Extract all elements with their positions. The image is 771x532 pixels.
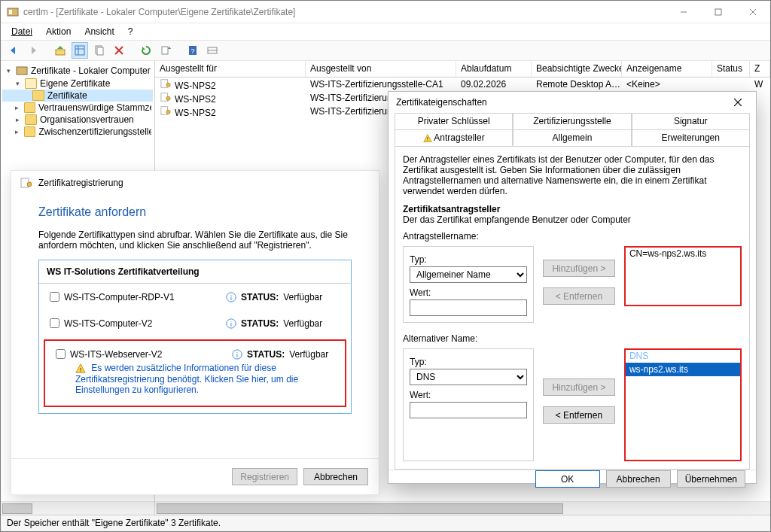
tree-interm[interactable]: ▸ Zwischenzertifizierungsstellen [2,126,153,138]
cancel-button[interactable]: Abbrechen [303,468,368,485]
list-row[interactable]: WS-NPS2 WS-ITS-Zertifizierungsstelle-CA1… [155,78,770,91]
menu-view[interactable]: Ansicht [80,25,118,38]
tree-org[interactable]: ▸ Organisationsvertrauen [2,114,153,126]
apply-button[interactable]: Übernehmen [677,470,745,488]
register-button[interactable]: Registrieren [232,468,297,485]
folder-icon [25,78,37,89]
col-issued-by[interactable]: Ausgestellt von [306,61,456,77]
tree-root[interactable]: ▾ Zertifikate - Lokaler Computer [2,64,153,78]
tree-trusted[interactable]: ▸ Vertrauenswürdige Stammzertifizierungs… [2,102,153,114]
cell-purpose: Remote Desktop A… [532,79,622,90]
view-details-button[interactable] [72,42,88,59]
svg-text:i: i [236,351,238,358]
template-row[interactable]: WS-ITS-Computer-RDP-V1 i STATUS: Verfügb… [39,284,351,310]
collapse-icon[interactable]: ▾ [4,66,13,75]
expand-icon[interactable]: ▸ [13,103,21,112]
menu-help[interactable]: ? [123,25,138,38]
subject-remove-button[interactable]: < Entfernen [543,287,615,305]
tab-subject[interactable]: ! Antragsteller [395,129,513,146]
properties-button[interactable] [204,42,221,59]
template-status: i STATUS: Verfügbar [226,292,322,302]
subject-add-button[interactable]: Hinzufügen > [543,260,615,277]
template-checkbox-row[interactable]: WS-ITS-Computer-RDP-V1 [47,290,212,304]
refresh-button[interactable] [138,42,154,59]
alt-name-label: Alternativer Name: [403,333,742,344]
expand-icon[interactable]: ▸ [13,127,21,136]
tree-hscroll[interactable] [1,501,154,515]
col-issued-to[interactable]: Ausgestellt für [155,61,306,77]
alt-add-button[interactable]: Hinzufügen > [543,378,615,396]
tree-label: Organisationsvertrauen [40,114,134,125]
warning-icon: ! [75,363,86,374]
template-checkbox[interactable] [50,318,59,328]
close-button[interactable] [736,1,770,23]
template-checkbox-row[interactable]: WS-ITS-Webserver-V2 [53,347,218,361]
menu-action[interactable]: Aktion [41,25,75,38]
subject-name-section: Typ: Allgemeiner Name Wert: Hinzufügen >… [403,246,742,323]
warning-link[interactable]: Es werden zusätzliche Informationen für … [75,363,298,395]
delete-button[interactable] [111,42,127,59]
alt-value-input[interactable] [410,402,527,418]
cell-z: W [750,79,770,90]
subject-heading: Zertifikatsantragsteller [403,204,742,214]
scroll-thumb[interactable] [2,503,32,514]
wizard-heading: Zertifikate anfordern [38,205,352,219]
list-item[interactable]: CN=ws-nps2.ws.its [625,247,741,260]
tab-ca[interactable]: Zertifizierungsstelle [513,113,631,129]
cert-icon [160,105,172,116]
wizard-description: Folgende Zertifikattypen sind abrufbar. … [38,230,352,251]
alt-listbox[interactable]: DNS ws-nps2.ws.its [624,348,742,461]
scroll-thumb[interactable] [157,503,563,514]
template-checkbox[interactable] [50,292,59,302]
tree-label: Zwischenzertifizierungsstellen [38,126,151,137]
ok-button[interactable]: OK [535,470,600,488]
folder-icon [24,102,35,113]
alt-type-select[interactable]: DNS [410,369,527,385]
col-displayname[interactable]: Anzeigename [622,61,712,77]
tab-private-key[interactable]: Privater Schlüssel [395,113,513,129]
alt-name-fieldset: Typ: DNS Wert: [403,348,534,461]
svg-text:i: i [230,293,232,301]
status-value: Verfügbar [283,318,322,329]
tab-signature[interactable]: Signatur [632,113,750,129]
maximize-button[interactable] [701,1,736,23]
collapse-icon[interactable]: ▾ [13,79,22,88]
list-header: Ausgestellt für Ausgestellt von Ablaufda… [155,61,770,78]
list-item-selected[interactable]: ws-nps2.ws.its [625,363,741,376]
col-status[interactable]: Status [712,61,750,77]
template-row[interactable]: WS-ITS-Webserver-V2 i STATUS: Verfügbar [45,341,345,363]
template-row[interactable]: WS-ITS-Computer-V2 i STATUS: Verfügbar [39,310,351,336]
dialog-close-button[interactable] [727,92,748,113]
tab-general[interactable]: Allgemein [513,129,631,146]
tree-own[interactable]: ▾ Eigene Zertifikate [2,78,153,90]
tab-extensions[interactable]: Erweiterungen [632,129,750,146]
tree-certs[interactable]: Zertifikate [2,90,153,102]
subject-type-select[interactable]: Allgemeiner Name [410,266,527,283]
template-checkbox-row[interactable]: WS-ITS-Computer-V2 [47,316,212,330]
alt-remove-button[interactable]: < Entfernen [543,406,615,424]
subject-listbox[interactable]: CN=ws-nps2.ws.its [624,246,742,306]
template-checkbox[interactable] [56,349,66,359]
expand-icon[interactable]: ▸ [13,115,22,124]
dialog-title: Zertifikateigenschaften [396,97,487,108]
menu-file[interactable]: Datei [7,25,37,38]
col-purpose[interactable]: Beabsichtigte Zwecke [532,61,622,77]
template-name: WS-ITS-Webserver-V2 [70,349,162,360]
up-button[interactable] [52,42,69,59]
copy-button[interactable] [91,42,108,59]
minimize-button[interactable] [666,1,701,23]
list-hscroll[interactable] [155,501,770,515]
cancel-button[interactable]: Abbrechen [606,470,671,488]
back-button[interactable] [5,42,22,59]
export-button[interactable] [157,42,174,59]
svg-point-25 [166,110,170,114]
col-z[interactable]: Z [750,61,770,77]
subject-name-label: Antragstellername: [403,231,742,242]
status-value: Verfügbar [289,349,328,360]
col-expiry[interactable]: Ablaufdatum [456,61,532,77]
forward-button[interactable] [25,42,41,59]
subject-value-input[interactable] [410,299,527,316]
template-warning[interactable]: ! Es werden zusätzliche Informationen fü… [45,363,345,403]
help-button[interactable]: ? [184,42,201,59]
template-group: WS IT-Solutions Zertifikatverteilung WS-… [38,260,352,414]
